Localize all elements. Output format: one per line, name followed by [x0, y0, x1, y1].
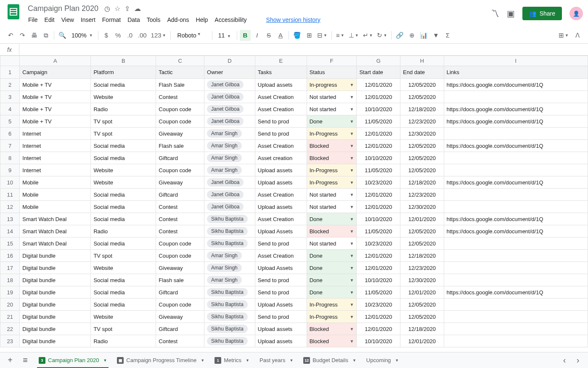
cell-owner[interactable]: Amar Singh	[204, 250, 255, 262]
cell-start-date[interactable]: 12/01/2020	[357, 201, 400, 213]
star-icon[interactable]: ☆	[114, 5, 120, 13]
cell-links[interactable]	[444, 201, 588, 213]
cell-campaign[interactable]: Mobile + TV	[20, 115, 91, 128]
cell-tactic[interactable]: Coupon code	[156, 299, 204, 311]
column-header-B[interactable]: B	[91, 56, 156, 66]
chevron-down-icon[interactable]: ▼	[350, 229, 354, 234]
cell-start-date[interactable]: 10/23/2020	[357, 299, 400, 311]
row-header-1[interactable]: 1	[0, 66, 20, 79]
cell-tactic[interactable]: Flash sale	[156, 274, 204, 286]
cell-status[interactable]: Blocked▼	[307, 152, 357, 164]
cell-tactic[interactable]: Giveaway	[156, 311, 204, 323]
row-header-5[interactable]: 5	[0, 115, 20, 128]
menu-insert[interactable]: Insert	[78, 15, 98, 25]
row-header-13[interactable]: 13	[0, 213, 20, 225]
column-header-A[interactable]: A	[20, 56, 91, 66]
owner-chip[interactable]: Janet Gilboa	[207, 190, 244, 199]
cell-status[interactable]: In-Progress▼	[307, 176, 357, 189]
header-cell[interactable]: Platform	[91, 66, 156, 79]
valign-button[interactable]: ⊥▼	[347, 30, 360, 41]
user-avatar[interactable]: 👤	[569, 7, 583, 20]
cell-tasks[interactable]: Upload Assets	[255, 262, 307, 274]
cell-tasks[interactable]: Upload assets	[255, 323, 307, 335]
chevron-down-icon[interactable]: ▼	[350, 95, 354, 99]
cell-links[interactable]	[444, 299, 588, 311]
cell-start-date[interactable]: 10/23/2020	[357, 237, 400, 250]
cloud-icon[interactable]: ☁	[134, 5, 141, 13]
cell-platform[interactable]: Radio	[91, 225, 156, 237]
chevron-down-icon[interactable]: ▼	[350, 83, 354, 87]
chevron-down-icon[interactable]: ▼	[350, 302, 354, 307]
owner-chip[interactable]: Amar Singh	[207, 276, 242, 284]
header-cell[interactable]: Owner	[204, 66, 255, 79]
cell-owner[interactable]: Sikhu Baptista	[204, 299, 255, 311]
cell-links[interactable]: https://docs.google.com/document/d/1Q	[444, 115, 588, 128]
cell-campaign[interactable]: Internet	[20, 152, 91, 164]
cell-platform[interactable]: TV spot	[91, 128, 156, 140]
chevron-down-icon[interactable]: ▼	[350, 131, 354, 136]
cell-status[interactable]: Blocked▼	[307, 140, 357, 152]
cell-tasks[interactable]: Upload assets	[255, 335, 307, 347]
cell-owner[interactable]: Janet Gilboa	[204, 189, 255, 201]
cell-tasks[interactable]: Upload assets	[255, 201, 307, 213]
column-header-F[interactable]: F	[307, 56, 357, 66]
column-header-D[interactable]: D	[204, 56, 255, 66]
header-cell[interactable]: Start date	[357, 66, 400, 79]
cell-campaign[interactable]: Smart Watch Deal	[20, 213, 91, 225]
cell-tasks[interactable]: Upload assets	[255, 79, 307, 91]
cell-tasks[interactable]: Upload assets	[255, 176, 307, 189]
italic-button[interactable]: I	[252, 30, 262, 41]
cell-tasks[interactable]: Send to prod	[255, 128, 307, 140]
cell-end-date[interactable]: 12/18/2020	[400, 103, 444, 115]
cell-links[interactable]: https://docs.google.com/document/d/1Q	[444, 103, 588, 115]
cell-status[interactable]: In-Progress▼	[307, 128, 357, 140]
sheets-logo[interactable]	[5, 3, 22, 20]
cell-campaign[interactable]: Mobile	[20, 189, 91, 201]
cell-start-date[interactable]: 12/01/2020	[357, 79, 400, 91]
owner-chip[interactable]: Sikhu Baptista	[207, 288, 248, 296]
column-header-H[interactable]: H	[400, 56, 444, 66]
column-header-G[interactable]: G	[357, 56, 400, 66]
chevron-down-icon[interactable]: ▼	[350, 156, 354, 160]
cell-tactic[interactable]: Coupon code	[156, 103, 204, 115]
owner-chip[interactable]: Amar Singh	[207, 129, 242, 138]
row-header-16[interactable]: 16	[0, 250, 20, 262]
chevron-down-icon[interactable]: ▼	[201, 358, 204, 363]
owner-chip[interactable]: Janet Gilboa	[207, 105, 244, 113]
cell-campaign[interactable]: Internet	[20, 140, 91, 152]
cell-campaign[interactable]: Digital bundle	[20, 262, 91, 274]
cell-tactic[interactable]: Giftcard	[156, 189, 204, 201]
column-header-E[interactable]: E	[255, 56, 307, 66]
cell-end-date[interactable]: 12/18/2020	[400, 250, 444, 262]
move-icon[interactable]: ⇪	[124, 5, 130, 13]
cell-owner[interactable]: Amar Singh	[204, 274, 255, 286]
cell-owner[interactable]: Sikhu Baptista	[204, 225, 255, 237]
chevron-down-icon[interactable]: ▼	[352, 358, 356, 363]
cell-tactic[interactable]: Giveaway	[156, 128, 204, 140]
cell-start-date[interactable]: 10/10/2020	[357, 152, 400, 164]
cell-end-date[interactable]: 12/05/2020	[400, 164, 444, 176]
increase-decimal-button[interactable]: .00	[136, 30, 148, 41]
cell-campaign[interactable]: Mobile + TV	[20, 103, 91, 115]
cell-tasks[interactable]: Send to prod	[255, 115, 307, 128]
cell-status[interactable]: Done▼	[307, 262, 357, 274]
cell-status[interactable]: Blocked▼	[307, 323, 357, 335]
cell-tactic[interactable]: Contest	[156, 201, 204, 213]
cell-links[interactable]	[444, 189, 588, 201]
select-all-corner[interactable]	[0, 56, 20, 66]
cell-owner[interactable]: Janet Gilboa	[204, 201, 255, 213]
paint-format-button[interactable]: ⧉	[40, 30, 51, 41]
cell-tactic[interactable]: Coupon code	[156, 164, 204, 176]
cell-links[interactable]	[444, 128, 588, 140]
more-formats-button[interactable]: 123▼	[149, 30, 168, 41]
cell-tasks[interactable]: Send to prod	[255, 311, 307, 323]
cell-start-date[interactable]: 11/05/2020	[357, 164, 400, 176]
cell-status[interactable]: Done▼	[307, 250, 357, 262]
cell-platform[interactable]: Social media	[91, 213, 156, 225]
view-grid-button[interactable]: ⊞▼	[557, 30, 570, 41]
cell-start-date[interactable]: 12/01/2020	[357, 189, 400, 201]
chevron-down-icon[interactable]: ▼	[350, 119, 354, 124]
fill-color-button[interactable]: 🪣	[291, 30, 303, 41]
cell-status[interactable]: Done▼	[307, 213, 357, 225]
cell-start-date[interactable]: 10/23/2020	[357, 176, 400, 189]
